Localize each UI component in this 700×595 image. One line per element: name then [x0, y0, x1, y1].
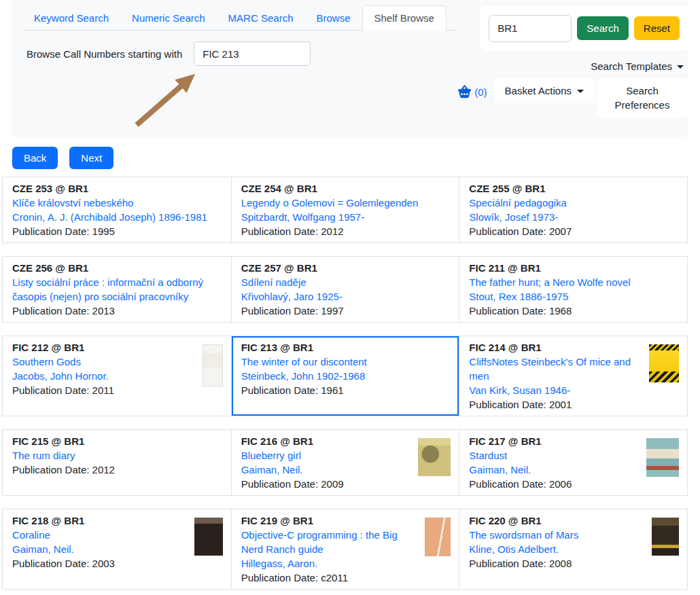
book-cover [646, 438, 679, 477]
author-link[interactable]: Kline, Otis Adelbert. [469, 542, 648, 556]
publication-date: Publication Date: c2011 [241, 571, 421, 585]
book-cover [649, 344, 679, 382]
reset-button[interactable]: Reset [634, 16, 680, 40]
search-button[interactable]: Search [577, 16, 629, 40]
tab-browse[interactable]: Browse [304, 6, 362, 30]
title-link[interactable]: The winter of our discontent [241, 355, 453, 369]
tab-keyword-search[interactable]: Keyword Search [22, 6, 120, 30]
publication-date: Publication Date: 2012 [241, 224, 453, 238]
shelf-browse-card: CZE 253 @ BR1 Klíče království nebeského… [3, 177, 231, 242]
basket-count: (0) [474, 86, 487, 98]
publication-date: Publication Date: 1995 [12, 224, 224, 238]
book-cover [652, 518, 679, 556]
call-number-input[interactable] [194, 41, 311, 66]
publication-date: Publication Date: 1997 [241, 304, 453, 318]
result-row: CZE 253 @ BR1 Klíče království nebeského… [2, 177, 688, 243]
publication-date: Publication Date: 2013 [12, 304, 224, 318]
next-button[interactable]: Next [69, 147, 113, 169]
author-link[interactable]: Van Kirk, Susan 1946- [469, 383, 645, 397]
title-link[interactable]: The swordsman of Mars [469, 528, 648, 542]
title-link[interactable]: CliffsNotes Steinbeck's Of mice and men [469, 355, 645, 383]
shelf-browse-card: FIC 214 @ BR1 CliffsNotes Steinbeck's Of… [459, 336, 687, 416]
shelf-browse-card: FIC 219 @ BR1 Objective-C programming : … [231, 509, 459, 589]
book-cover [425, 518, 451, 556]
call-number: CZE 255 @ BR1 [469, 181, 680, 196]
shelf-browse-results: CZE 253 @ BR1 Klíče království nebeského… [2, 177, 688, 590]
back-button[interactable]: Back [12, 147, 58, 169]
title-link[interactable]: Klíče království nebeského [12, 196, 224, 210]
author-link[interactable]: Hillegass, Aaron. [241, 556, 421, 571]
author-link[interactable]: Jacobs, John Hornor. [12, 369, 198, 383]
author-link[interactable]: Spitzbardt, Wolfgang 1957- [241, 210, 453, 224]
shelf-browse-card: FIC 218 @ BR1 Coraline Gaiman, Neil. Pub… [3, 509, 231, 589]
author-link[interactable]: Stout, Rex 1886-1975 [469, 289, 680, 304]
result-row: CZE 256 @ BR1 Listy sociální práce : inf… [2, 256, 688, 323]
chevron-down-icon [677, 65, 684, 69]
tab-shelf-browse[interactable]: Shelf Browse [362, 5, 447, 31]
call-number: CZE 257 @ BR1 [241, 261, 453, 275]
call-number: CZE 253 @ BR1 [12, 181, 224, 196]
call-number: FIC 220 @ BR1 [469, 513, 648, 528]
author-link[interactable]: Křivohlavý, Jaro 1925- [241, 289, 453, 304]
call-number-browse-label: Browse Call Numbers starting with [27, 48, 182, 60]
result-row: FIC 212 @ BR1 Southern Gods Jacobs, John… [2, 336, 688, 416]
title-link[interactable]: Speciální pedagogika [469, 196, 680, 210]
shelf-browse-card-selected: FIC 213 @ BR1 The winter of our disconte… [231, 336, 459, 416]
search-header-panel: Keyword Search Numeric Search MARC Searc… [12, 0, 688, 138]
call-number: FIC 214 @ BR1 [469, 340, 645, 355]
author-link[interactable]: Gaiman, Neil. [12, 542, 190, 556]
title-link[interactable]: Sdílení naděje [241, 275, 453, 289]
title-link[interactable]: The rum diary [12, 448, 224, 463]
annotation-arrow [127, 65, 212, 132]
search-preferences-button[interactable]: Search Preferences [597, 78, 688, 118]
title-link[interactable]: Objective-C programming : the Big Nerd R… [241, 528, 421, 556]
title-link[interactable]: Stardust [469, 448, 642, 463]
publication-date: Publication Date: 2008 [469, 556, 648, 571]
author-link[interactable]: Steinbeck, John 1902-1968 [241, 369, 453, 383]
publication-date: Publication Date: 1968 [469, 304, 680, 318]
title-link[interactable]: Coraline [12, 528, 190, 542]
search-templates-dropdown[interactable]: Search Templates [591, 60, 684, 72]
publication-date: Publication Date: 2006 [469, 477, 642, 491]
basket-icon [457, 84, 472, 100]
search-input[interactable] [489, 15, 572, 42]
publication-date: Publication Date: 2009 [241, 477, 415, 491]
basket-link[interactable]: (0) [457, 84, 487, 100]
shelf-browse-card: FIC 215 @ BR1 The rum diary Publication … [3, 430, 231, 495]
tab-marc-search[interactable]: MARC Search [217, 6, 305, 30]
call-number: CZE 254 @ BR1 [241, 181, 453, 196]
basket-actions-label: Basket Actions [505, 85, 572, 96]
title-link[interactable]: Southern Gods [12, 355, 198, 369]
shelf-browse-card: FIC 212 @ BR1 Southern Gods Jacobs, John… [3, 336, 231, 416]
tab-numeric-search[interactable]: Numeric Search [120, 6, 217, 30]
call-number: FIC 213 @ BR1 [241, 340, 453, 355]
author-link[interactable]: Cronin, A. J. (Archibald Joseph) 1896-19… [12, 210, 224, 224]
search-tabs: Keyword Search Numeric Search MARC Searc… [22, 0, 457, 31]
publication-date: Publication Date: 1961 [241, 383, 453, 397]
author-link[interactable]: Slowík, Josef 1973- [469, 210, 680, 224]
title-link[interactable]: Listy sociální práce : informační a odbo… [12, 275, 224, 304]
call-number: FIC 218 @ BR1 [12, 513, 190, 528]
title-link[interactable]: Blueberry girl [241, 448, 415, 463]
shelf-browse-card: FIC 217 @ BR1 Stardust Gaiman, Neil. Pub… [459, 430, 687, 495]
call-number: FIC 216 @ BR1 [241, 434, 415, 448]
shelf-browse-card: CZE 254 @ BR1 Legendy o Golemovi = Golem… [231, 177, 459, 242]
publication-date: Publication Date: 2007 [469, 224, 680, 238]
title-link[interactable]: The father hunt; a Nero Wolfe novel [469, 275, 680, 289]
pagination-top: Back Next [12, 147, 700, 169]
basket-row: (0) Basket Actions Search Preferences [457, 78, 688, 118]
search-box: Search Reset [480, 5, 688, 51]
author-link[interactable]: Gaiman, Neil. [469, 463, 642, 477]
title-link[interactable]: Legendy o Golemovi = Golemlegenden [241, 196, 453, 210]
shelf-browse-card: CZE 255 @ BR1 Speciální pedagogika Slowí… [459, 177, 687, 242]
chevron-down-icon [577, 90, 584, 93]
shelf-browse-card: FIC 220 @ BR1 The swordsman of Mars Klin… [459, 509, 687, 589]
book-cover [194, 518, 223, 556]
book-cover [418, 438, 451, 476]
author-link[interactable]: Gaiman, Neil. [241, 463, 415, 477]
basket-actions-dropdown[interactable]: Basket Actions [494, 78, 595, 103]
call-number: FIC 217 @ BR1 [469, 434, 642, 448]
result-row: FIC 215 @ BR1 The rum diary Publication … [2, 429, 688, 496]
result-row: FIC 218 @ BR1 Coraline Gaiman, Neil. Pub… [2, 509, 688, 590]
search-templates-label: Search Templates [591, 60, 672, 72]
